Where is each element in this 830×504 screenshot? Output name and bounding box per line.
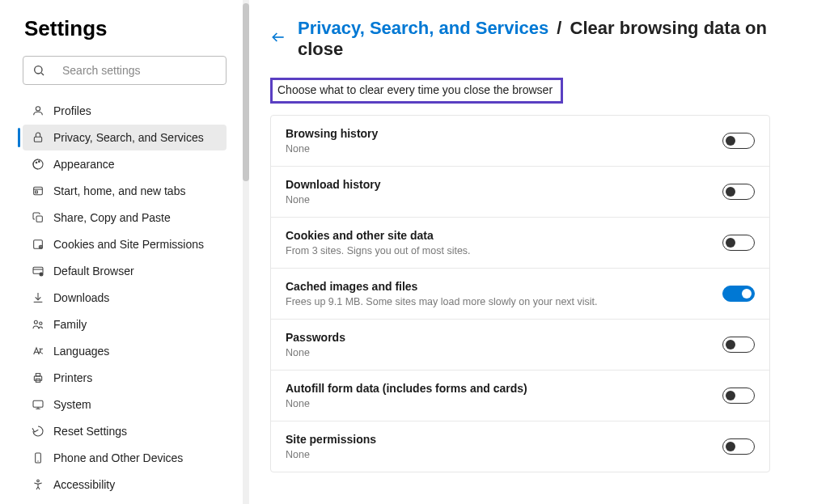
sidebar-item-cookies[interactable]: Cookies and Site Permissions [23,231,227,257]
reset-icon [31,424,45,438]
svg-point-2 [36,107,40,111]
lock-icon [31,130,45,145]
sidebar-item-label: Profiles [53,104,91,117]
sidebar-item-label: Accessibility [53,478,115,491]
svg-point-28 [37,480,40,482]
page-title: Settings [23,16,235,41]
cookies-icon [31,237,45,252]
toggle-switch[interactable] [722,235,755,251]
sidebar-item-label: Privacy, Search, and Services [53,131,204,144]
phone-icon [31,451,45,465]
svg-point-17 [34,320,37,324]
sidebar-item-reset[interactable]: Reset Settings [23,418,227,444]
svg-line-1 [41,73,44,75]
setting-subtitle: None [286,347,722,358]
setting-title: Cookies and other site data [286,229,722,242]
sidebar-item-download[interactable]: Downloads [23,285,227,311]
svg-point-15 [40,273,43,276]
setting-subtitle: None [286,143,722,155]
setting-subtitle: None [286,194,722,205]
subtitle-highlight: Choose what to clear every time you clos… [270,78,563,104]
system-icon [31,397,45,412]
settings-panel: Browsing historyNoneDownload historyNone… [270,115,770,472]
setting-title: Passwords [286,331,722,344]
sidebar: Settings ProfilesPrivacy, Search, and Se… [0,0,243,504]
svg-rect-3 [34,137,41,142]
sidebar-item-browser[interactable]: Default Browser [23,258,227,284]
sidebar-item-label: Printers [53,371,92,384]
sidebar-item-label: Downloads [53,291,109,304]
browser-icon [31,264,45,278]
sidebar-item-start[interactable]: Start, home, and new tabs [23,178,227,204]
sidebar-item-system[interactable]: System [23,392,227,417]
sidebar-item-about[interactable]: About Microsoft Edge [23,498,227,504]
svg-point-5 [36,162,37,163]
download-icon [31,290,45,305]
toggle-knob [726,238,735,248]
svg-point-18 [40,322,42,324]
sidebar-item-languages[interactable]: Languages [23,338,227,364]
back-arrow-icon[interactable] [270,29,286,49]
toggle-knob [726,187,735,197]
sidebar-item-appearance[interactable]: Appearance [23,151,227,177]
setting-row: Autofill form data (includes forms and c… [271,371,769,421]
printers-icon [31,371,45,385]
toggle-switch[interactable] [722,184,755,200]
share-icon [31,210,45,225]
search-input[interactable] [62,64,218,77]
svg-point-6 [39,161,40,163]
sidebar-item-label: Family [53,318,87,331]
sidebar-item-accessibility[interactable]: Accessibility [23,472,227,498]
sidebar-item-label: Phone and Other Devices [53,451,183,464]
sidebar-item-label: System [53,398,91,411]
toggle-switch[interactable] [722,438,755,455]
accessibility-icon [31,477,45,492]
svg-rect-10 [36,216,42,222]
breadcrumb-separator: / [557,18,561,38]
setting-title: Download history [286,178,722,191]
breadcrumb-link[interactable]: Privacy, Search, and Services [298,18,548,38]
search-icon [32,63,46,78]
setting-subtitle: None [286,398,722,409]
start-icon [31,184,45,198]
setting-subtitle: None [286,449,722,460]
sidebar-item-label: Cookies and Site Permissions [53,238,204,251]
languages-icon [31,344,45,358]
setting-title: Cached images and files [286,280,722,293]
sidebar-item-label: Start, home, and new tabs [53,184,185,197]
svg-rect-21 [36,374,40,376]
toggle-switch[interactable] [722,337,755,353]
sidebar-item-label: Appearance [53,158,115,171]
sidebar-item-label: Share, Copy and Paste [53,211,171,224]
svg-rect-23 [33,400,43,407]
sidebar-item-label: Languages [53,345,109,358]
sidebar-item-label: Default Browser [53,265,134,277]
svg-point-0 [35,66,42,74]
toggle-switch[interactable] [722,133,755,149]
sidebar-item-profiles[interactable]: Profiles [23,98,227,124]
sidebar-item-label: Reset Settings [53,425,127,438]
toggle-switch[interactable] [722,388,755,404]
toggle-knob [726,391,735,400]
setting-row: Site permissionsNone [271,421,769,472]
setting-subtitle: From 3 sites. Signs you out of most site… [286,245,722,256]
setting-title: Browsing history [286,127,722,140]
setting-title: Autofill form data (includes forms and c… [286,382,722,395]
setting-title: Site permissions [286,433,722,446]
search-input-container[interactable] [23,56,227,85]
setting-row: Cookies and other site dataFrom 3 sites.… [271,218,769,269]
sidebar-item-printers[interactable]: Printers [23,365,227,391]
family-icon [31,317,45,332]
toggle-knob [742,289,752,299]
sidebar-item-phone[interactable]: Phone and Other Devices [23,445,227,471]
svg-rect-9 [36,191,38,193]
setting-row: Browsing historyNone [271,116,769,167]
nav-list: ProfilesPrivacy, Search, and ServicesApp… [23,98,227,504]
toggle-switch[interactable] [722,286,755,302]
setting-row: PasswordsNone [271,320,769,371]
sidebar-item-family[interactable]: Family [23,311,227,337]
sidebar-item-share[interactable]: Share, Copy and Paste [23,205,227,231]
sidebar-item-lock[interactable]: Privacy, Search, and Services [23,125,227,150]
svg-rect-20 [34,376,41,380]
toggle-knob [726,340,735,349]
